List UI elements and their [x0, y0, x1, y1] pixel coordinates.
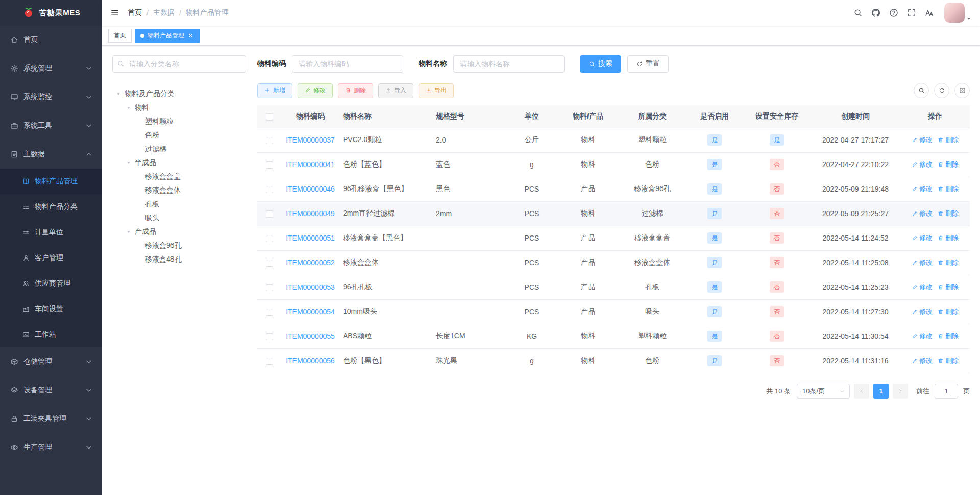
tree-node[interactable]: 孔板: [112, 197, 246, 211]
material-name-input[interactable]: [453, 55, 565, 73]
table-row[interactable]: ITEM00000055ABS颗粒长度1CMKG物料塑料颗粒是否2022-05-…: [257, 324, 970, 348]
page-size-select[interactable]: 10条/页: [797, 384, 850, 399]
tree-node[interactable]: 半成品: [112, 156, 246, 170]
row-delete-button[interactable]: 删除: [938, 356, 959, 365]
table-row[interactable]: ITEM00000037PVC2.0颗粒2.0公斤物料塑料颗粒是是2022-04…: [257, 128, 970, 152]
column-settings-button[interactable]: [954, 83, 970, 98]
material-code-link[interactable]: ITEM00000054: [286, 308, 335, 316]
sidebar-subitem-customer-management[interactable]: 客户管理: [0, 245, 102, 271]
row-delete-button[interactable]: 删除: [938, 282, 959, 292]
delete-button[interactable]: 删除: [338, 83, 373, 98]
row-checkbox[interactable]: [266, 235, 273, 242]
row-edit-button[interactable]: 修改: [912, 282, 933, 292]
table-row[interactable]: ITEM000000492mm直径过滤棉2mmPCS物料过滤棉是否2022-05…: [257, 201, 970, 226]
app-logo[interactable]: 苦糖果MES: [0, 0, 102, 26]
breadcrumb-item[interactable]: 首页: [128, 8, 142, 17]
fullscreen-icon[interactable]: [907, 8, 916, 17]
row-checkbox[interactable]: [266, 309, 273, 316]
help-icon[interactable]: [889, 8, 898, 17]
tree-node[interactable]: 物料: [112, 101, 246, 114]
export-button[interactable]: 导出: [419, 83, 454, 98]
tree-node[interactable]: 移液盒盒盖: [112, 170, 246, 183]
sidebar-subitem-workshop-settings[interactable]: 车间设置: [0, 296, 102, 322]
tree-caret-icon[interactable]: [122, 159, 135, 167]
search-icon[interactable]: [853, 8, 863, 17]
table-row[interactable]: ITEM00000056色粉【黑色】珠光黑g物料色粉是否2022-05-14 1…: [257, 348, 970, 373]
row-edit-button[interactable]: 修改: [912, 307, 933, 316]
tree-node[interactable]: 移液盒盒体: [112, 183, 246, 197]
user-menu[interactable]: [944, 3, 972, 23]
tree-node[interactable]: 塑料颗粒: [112, 114, 246, 128]
tab-home[interactable]: 首页: [108, 29, 132, 43]
add-button[interactable]: 新增: [257, 83, 292, 98]
goto-page-input[interactable]: [935, 384, 958, 399]
sidebar-item-production-management[interactable]: 生产管理: [0, 433, 102, 462]
table-row[interactable]: ITEM00000052移液盒盒体PCS产品移液盒盒体是否2022-05-14 …: [257, 250, 970, 275]
page-1-button[interactable]: 1: [873, 384, 889, 399]
sidebar-item-system-tools[interactable]: 系统工具: [0, 111, 102, 140]
font-size-icon[interactable]: [925, 8, 934, 17]
sidebar-item-master-data[interactable]: 主数据: [0, 140, 102, 169]
row-delete-button[interactable]: 删除: [938, 135, 959, 145]
row-edit-button[interactable]: 修改: [912, 233, 933, 243]
edit-button[interactable]: 修改: [298, 83, 333, 98]
table-row[interactable]: ITEM00000051移液盒盒盖【黑色】PCS产品移液盒盒盖是否2022-05…: [257, 226, 970, 250]
github-icon[interactable]: [871, 8, 880, 17]
tree-caret-icon[interactable]: [112, 90, 125, 98]
row-edit-button[interactable]: 修改: [912, 356, 933, 365]
row-delete-button[interactable]: 删除: [938, 160, 959, 169]
row-delete-button[interactable]: 删除: [938, 258, 959, 267]
reset-button[interactable]: 重置: [627, 55, 669, 73]
table-row[interactable]: ITEM00000041色粉【蓝色】蓝色g物料色粉是否2022-04-27 22…: [257, 152, 970, 177]
next-page-button[interactable]: [893, 384, 908, 399]
sidebar-subitem-workstation[interactable]: 工作站: [0, 322, 102, 347]
tree-caret-icon[interactable]: [122, 228, 135, 235]
hamburger-icon[interactable]: [110, 8, 119, 17]
row-checkbox[interactable]: [266, 358, 273, 365]
row-edit-button[interactable]: 修改: [912, 258, 933, 267]
row-edit-button[interactable]: 修改: [912, 184, 933, 194]
sidebar-subitem-material-product-category[interactable]: 物料产品分类: [0, 194, 102, 220]
tree-caret-icon[interactable]: [122, 104, 135, 111]
row-checkbox[interactable]: [266, 260, 273, 267]
sidebar-item-equipment-management[interactable]: 设备管理: [0, 376, 102, 405]
sidebar-item-system-monitor[interactable]: 系统监控: [0, 83, 102, 111]
close-tab-icon[interactable]: [187, 32, 194, 39]
tree-node[interactable]: 色粉: [112, 128, 246, 142]
table-row[interactable]: ITEM0000004696孔移液盒【黑色】黑色PCS产品移液盒96孔是否202…: [257, 177, 970, 201]
row-checkbox[interactable]: [266, 186, 273, 193]
row-delete-button[interactable]: 删除: [938, 307, 959, 316]
tree-node[interactable]: 移液盒48孔: [112, 252, 246, 266]
prev-page-button[interactable]: [854, 384, 869, 399]
material-code-link[interactable]: ITEM00000037: [286, 136, 335, 144]
row-delete-button[interactable]: 删除: [938, 332, 959, 341]
search-button[interactable]: 搜索: [580, 55, 621, 73]
refresh-button[interactable]: [934, 83, 949, 98]
tree-node[interactable]: 吸头: [112, 211, 246, 225]
row-edit-button[interactable]: 修改: [912, 209, 933, 218]
row-delete-button[interactable]: 删除: [938, 233, 959, 243]
tree-node[interactable]: 过滤棉: [112, 142, 246, 156]
import-button[interactable]: 导入: [378, 83, 413, 98]
material-code-link[interactable]: ITEM00000056: [286, 357, 335, 365]
toggle-search-button[interactable]: [914, 83, 929, 98]
row-checkbox[interactable]: [266, 210, 273, 218]
select-all-checkbox[interactable]: [266, 113, 273, 121]
row-checkbox[interactable]: [266, 333, 273, 340]
sidebar-item-fixture-management[interactable]: 工装夹具管理: [0, 405, 102, 433]
sidebar-item-home[interactable]: 首页: [0, 26, 102, 54]
material-code-link[interactable]: ITEM00000051: [286, 234, 335, 242]
material-code-link[interactable]: ITEM00000055: [286, 332, 335, 340]
tree-node[interactable]: 移液盒96孔: [112, 239, 246, 252]
sidebar-item-system-management[interactable]: 系统管理: [0, 54, 102, 83]
sidebar-subitem-supplier-management[interactable]: 供应商管理: [0, 271, 102, 296]
row-edit-button[interactable]: 修改: [912, 332, 933, 341]
sidebar-item-warehouse-management[interactable]: 仓储管理: [0, 347, 102, 376]
material-code-link[interactable]: ITEM00000049: [286, 209, 335, 218]
sidebar-subitem-material-product-management[interactable]: 物料产品管理: [0, 169, 102, 194]
sidebar-subitem-measurement-unit[interactable]: 计量单位: [0, 220, 102, 245]
table-row[interactable]: ITEM0000005410mm吸头PCS产品吸头是否2022-05-14 11…: [257, 299, 970, 324]
tree-node[interactable]: 物料及产品分类: [112, 87, 246, 101]
material-code-link[interactable]: ITEM00000046: [286, 185, 335, 193]
table-row[interactable]: ITEM0000005396孔孔板PCS产品孔板是否2022-05-14 11:…: [257, 275, 970, 299]
